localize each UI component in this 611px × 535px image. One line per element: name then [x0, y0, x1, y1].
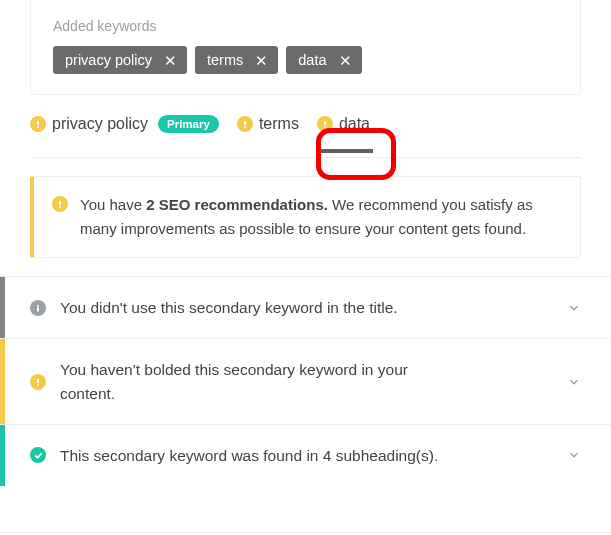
keyword-tab-label: privacy policy [52, 115, 148, 133]
keyword-chip-text: terms [207, 52, 243, 68]
divider [0, 532, 611, 533]
close-icon[interactable]: ✕ [337, 53, 354, 68]
check-icon [30, 447, 46, 463]
recommendation-list: You didn't use this secondary keyword in… [0, 276, 611, 486]
chevron-down-icon [567, 301, 581, 315]
svg-rect-0 [37, 121, 39, 125]
added-keywords-card: Added keywords privacy policy ✕ terms ✕ … [30, 0, 581, 95]
svg-rect-11 [37, 384, 39, 386]
svg-rect-8 [37, 305, 39, 307]
warning-icon [317, 116, 333, 132]
keyword-tab-privacy-policy[interactable]: privacy policy Primary [30, 115, 219, 133]
recommendation-bold: 2 SEO recommendations. [146, 196, 328, 213]
keyword-tab-terms[interactable]: terms [237, 115, 299, 133]
close-icon[interactable]: ✕ [253, 53, 270, 68]
added-keywords-label: Added keywords [53, 18, 558, 34]
warning-icon [237, 116, 253, 132]
primary-badge: Primary [158, 115, 219, 133]
keyword-tab-label: terms [259, 115, 299, 133]
recommendation-item[interactable]: This secondary keyword was found in 4 su… [0, 424, 611, 486]
warning-icon [30, 374, 46, 390]
recommendation-item-text: You haven't bolded this secondary keywor… [60, 358, 460, 405]
divider [30, 157, 581, 158]
recommendation-item[interactable]: You didn't use this secondary keyword in… [0, 276, 611, 338]
close-icon[interactable]: ✕ [162, 53, 179, 68]
recommendation-item-text: This secondary keyword was found in 4 su… [60, 444, 460, 467]
warning-icon [52, 196, 68, 212]
keyword-chip-text: data [298, 52, 326, 68]
svg-rect-7 [59, 206, 61, 208]
recommendation-banner: You have 2 SEO recommendations. We recom… [30, 176, 581, 258]
keyword-tabs: privacy policy Primary terms data [30, 115, 581, 133]
svg-rect-4 [324, 121, 326, 125]
keyword-chip[interactable]: terms ✕ [195, 46, 278, 74]
recommendation-text: You have 2 SEO recommendations. We recom… [80, 193, 562, 241]
info-icon [30, 300, 46, 316]
svg-rect-9 [37, 307, 39, 311]
highlight-annotation [316, 128, 396, 180]
keyword-chip[interactable]: privacy policy ✕ [53, 46, 187, 74]
chevron-down-icon [567, 375, 581, 389]
keyword-chip-text: privacy policy [65, 52, 152, 68]
keyword-chip[interactable]: data ✕ [286, 46, 361, 74]
svg-rect-6 [59, 201, 61, 205]
svg-rect-10 [37, 379, 39, 383]
keyword-chip-row: privacy policy ✕ terms ✕ data ✕ [53, 46, 558, 74]
recommendation-item[interactable]: You haven't bolded this secondary keywor… [0, 338, 611, 424]
svg-rect-1 [37, 126, 39, 128]
svg-rect-2 [244, 121, 246, 125]
keyword-tab-data[interactable]: data [317, 115, 370, 133]
recommendation-prefix: You have [80, 196, 146, 213]
keyword-tab-label: data [339, 115, 370, 133]
recommendation-item-text: You didn't use this secondary keyword in… [60, 296, 460, 319]
warning-icon [30, 116, 46, 132]
chevron-down-icon [567, 448, 581, 462]
svg-rect-5 [324, 126, 326, 128]
svg-rect-3 [244, 126, 246, 128]
